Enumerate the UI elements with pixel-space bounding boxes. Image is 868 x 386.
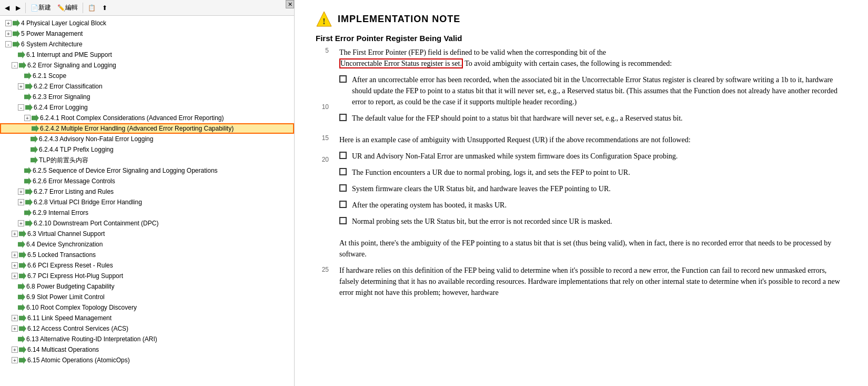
tree-item-6-1[interactable]: 6.1 Interrupt and PME Support [0, 50, 294, 60]
tree-item-label: 6.2.1 Scope [33, 72, 66, 80]
tree-arrow-icon [18, 283, 25, 290]
bullet-text-5: System firmware clears the UR Status bit… [352, 183, 611, 194]
tree-item-6-2-8[interactable]: + 6.2.8 Virtual PCI Bridge Error Handlin… [0, 197, 294, 207]
checkbox-icon [339, 168, 347, 175]
tree-arrow-icon [19, 62, 26, 69]
tree-item-6-2-3[interactable]: 6.2.3 Error Signaling [0, 92, 294, 102]
tree-item-power-mgmt[interactable]: + 5 Power Management [0, 28, 294, 39]
bullet-item-4: The Function encounters a UR due to norm… [339, 167, 847, 178]
toolbar-btn-2[interactable]: ⬆ [99, 3, 110, 13]
tree-item-label: 6.3 Virtual Channel Support [27, 230, 105, 237]
expand-icon[interactable]: + [12, 347, 18, 353]
expand-icon[interactable]: + [24, 115, 31, 121]
tree-item-system-arch[interactable]: - 6 System Architecture [0, 39, 294, 50]
expand-icon[interactable]: + [12, 325, 18, 332]
tree-item-6-8[interactable]: 6.8 Power Budgeting Capability [0, 281, 294, 292]
expand-icon[interactable]: + [12, 273, 18, 279]
tree-item-label: 6.7 PCI Express Hot-Plug Support [27, 272, 123, 280]
tree-item-6-14[interactable]: + 6.14 Multicast Operations [0, 344, 294, 355]
tree-item-6-2-4-3[interactable]: 6.2.4.3 Advisory Non-Fatal Error Logging [0, 134, 294, 144]
tree-item-label: 6.14 Multicast Operations [27, 346, 99, 353]
edit-button[interactable]: ✏️ 編輯 [55, 2, 80, 14]
tree-arrow-icon [31, 146, 38, 153]
tree-item-6-12[interactable]: + 6.12 Access Control Services (ACS) [0, 323, 294, 334]
tree-item-6-11[interactable]: + 6.11 Link Speed Management [0, 313, 294, 323]
tree-item-label: 6.8 Power Budgeting Capability [26, 283, 114, 290]
tree-item-physical[interactable]: + 4 Physical Layer Logical Block [0, 18, 294, 28]
tree-item-6-7[interactable]: + 6.7 PCI Express Hot-Plug Support [0, 271, 294, 281]
expand-icon[interactable]: + [12, 315, 18, 321]
expand-icon[interactable]: + [18, 189, 24, 195]
expand-icon[interactable]: + [18, 83, 24, 90]
tree-item-label: 6.2.4 Error Logging [34, 104, 88, 111]
forward-button[interactable]: ▶ [13, 3, 23, 13]
tree-item-6-2-4-1[interactable]: + 6.2.4.1 Root Complex Considerations (A… [0, 113, 294, 123]
tree-item-6-2-7[interactable]: + 6.2.7 Error Listing and Rules [0, 186, 294, 197]
tree-item-label: 6.2.7 Error Listing and Rules [34, 188, 114, 195]
tree-arrow-icon [25, 199, 33, 206]
back-button[interactable]: ◀ [2, 3, 12, 13]
expand-icon[interactable]: + [5, 31, 12, 37]
tree-item-6-2-10[interactable]: + 6.2.10 Downstream Port Containment (DP… [0, 218, 294, 229]
bullet-text-2: The default value for the FEP should poi… [352, 113, 683, 124]
bullets-1: After an uncorrectable error has been re… [339, 74, 847, 129]
tree-item-label: 6.4 Device Synchronization [26, 241, 103, 248]
tree-item-6-2-1[interactable]: 6.2.1 Scope [0, 71, 294, 81]
bullet-item-2: The default value for the FEP should poi… [339, 113, 847, 124]
tree-item-6-2-5[interactable]: 6.2.5 Sequence of Device Error Signaling… [0, 165, 294, 176]
tree-arrow-icon [24, 93, 32, 101]
tree-item-6-2-2[interactable]: + 6.2.2 Error Classification [0, 81, 294, 92]
tree-item-6-4[interactable]: 6.4 Device Synchronization [0, 239, 294, 250]
bullets-2: UR and Advisory Non-Fatal Error are unma… [339, 151, 847, 232]
expand-icon[interactable]: + [18, 199, 24, 205]
tree-item-label: 6 System Architecture [21, 41, 83, 48]
expand-icon[interactable]: - [18, 104, 24, 111]
expand-icon[interactable]: + [12, 357, 18, 363]
tree-item-6-2-4-4[interactable]: 6.2.4.4 TLP Prefix Logging [0, 144, 294, 155]
tree-item-6-2[interactable]: - 6.2 Error Signaling and Logging [0, 60, 294, 71]
tree-arrow-icon [18, 241, 25, 248]
tree-item-label: 6.2.4.1 Root Complex Considerations (Adv… [40, 114, 224, 122]
expand-icon[interactable]: + [12, 262, 18, 269]
tree-arrow-icon [13, 19, 20, 27]
para1-part2: To avoid ambiguity with certain cases, t… [465, 60, 672, 67]
checkbox-icon [339, 114, 347, 121]
expand-icon[interactable]: + [12, 252, 18, 258]
tree-item-6-2-9[interactable]: 6.2.9 Internal Errors [0, 207, 294, 218]
tree-arrow-icon [19, 346, 26, 353]
toolbar: ◀ ▶ 📄 新建 ✏️ 編輯 📋 ⬆ [0, 0, 294, 16]
expand-icon[interactable]: + [5, 20, 12, 26]
para1-part1: The First Error Pointer (FEP) field is d… [339, 48, 606, 56]
close-button[interactable]: ✕ [286, 0, 294, 8]
expand-icon[interactable]: + [18, 220, 24, 226]
tree-arrow-icon [18, 51, 25, 58]
bullets-2-container: 20 UR and Advisory Non-Fatal Error are u… [316, 151, 847, 232]
toolbar-separator [25, 3, 26, 13]
tree-arrow-icon [18, 293, 25, 301]
impl-note-header: ! IMPLEMENTATION NOTE [316, 11, 847, 27]
tree-item-6-10[interactable]: 6.10 Root Complex Topology Discovery [0, 302, 294, 313]
tree-item-6-2-4[interactable]: - 6.2.4 Error Logging [0, 102, 294, 113]
expand-icon[interactable]: - [12, 62, 18, 68]
paragraph-4-text: If hardware relies on this definition of… [339, 265, 847, 298]
tree-item-6-6[interactable]: + 6.6 PCI Express Reset - Rules [0, 260, 294, 271]
tree-item-6-5[interactable]: + 6.5 Locked Transactions [0, 250, 294, 260]
line-number-20: 20 [316, 151, 329, 232]
line-number-15: 15 [316, 134, 329, 145]
line-number-spacer [316, 237, 329, 260]
tree-item-6-3[interactable]: + 6.3 Virtual Channel Support [0, 229, 294, 239]
tree-item-tlp[interactable]: TLP的前置头内容 [0, 155, 294, 165]
new-button[interactable]: 📄 新建 [28, 2, 54, 14]
bullet-item-1: After an uncorrectable error has been re… [339, 74, 847, 107]
bullet-text-1: After an uncorrectable error has been re… [352, 74, 847, 107]
expand-icon[interactable]: + [12, 231, 18, 237]
tree-item-6-15[interactable]: + 6.15 Atomic Operations (AtomicOps) [0, 355, 294, 365]
tree-item-6-2-6[interactable]: 6.2.6 Error Message Controls [0, 176, 294, 186]
tree-item-6-9[interactable]: 6.9 Slot Power Limit Control [0, 292, 294, 302]
toolbar-btn-1[interactable]: 📋 [85, 3, 98, 13]
tree-arrow-icon [24, 167, 32, 174]
tree-item-6-13[interactable]: 6.13 Alternative Routing-ID Interpretati… [0, 334, 294, 344]
tree-item-6-2-4-2[interactable]: 6.2.4.2 Multiple Error Handling (Advance… [0, 123, 294, 134]
tree-item-label: 6.1 Interrupt and PME Support [26, 51, 112, 58]
expand-icon[interactable]: - [5, 41, 12, 47]
